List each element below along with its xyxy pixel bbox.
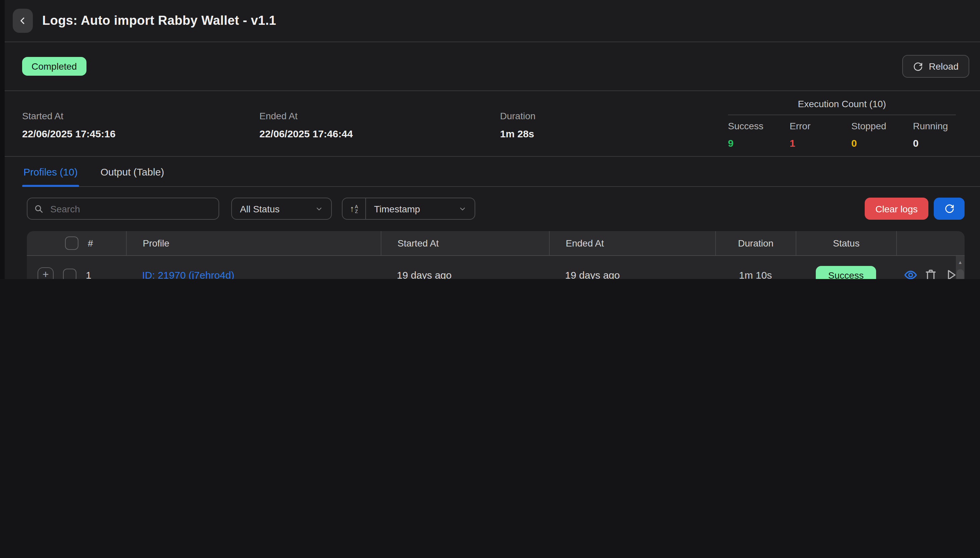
scrollbar-thumb[interactable]: [957, 269, 964, 279]
summary-row: Started At 22/06/2025 17:45:16 Ended At …: [5, 91, 980, 156]
status-filter-value: All Status: [240, 203, 280, 214]
column-actions: [896, 231, 965, 255]
chevron-down-icon: [315, 205, 323, 213]
clear-logs-button[interactable]: Clear logs: [865, 198, 928, 220]
exec-running-value: 0: [913, 137, 948, 149]
chevron-left-icon: [18, 16, 28, 25]
sort-by-select[interactable]: Timestamp: [366, 198, 475, 219]
tab-bar: Profiles (10) Output (Table): [22, 157, 980, 187]
exec-stopped: Stopped 0: [851, 121, 913, 149]
exec-error-value: 1: [789, 137, 851, 149]
exec-error: Error 1: [789, 121, 851, 149]
back-button[interactable]: [13, 9, 33, 33]
scroll-up-button[interactable]: ▲: [956, 256, 965, 268]
duration-stat: Duration 1m 28s: [500, 110, 728, 140]
sort-by-value: Timestamp: [374, 203, 420, 214]
profile-link[interactable]: ID: 21970 (j7ehro4d): [142, 269, 234, 279]
search-icon: [34, 204, 44, 213]
column-ended-at: Ended At: [549, 231, 715, 255]
sort-direction-button[interactable]: ↑ AZ: [342, 198, 366, 219]
started-at-value: 22/06/2025 17:45:16: [22, 128, 260, 140]
view-log-button[interactable]: [903, 268, 918, 279]
status-pill: Success: [816, 266, 876, 279]
sort-group: ↑ AZ Timestamp: [342, 198, 475, 220]
ended-at-value: 22/06/2025 17:46:44: [260, 128, 500, 140]
eye-icon: [903, 268, 918, 279]
exec-success-label: Success: [728, 121, 789, 131]
duration-label: Duration: [500, 110, 728, 121]
exec-stopped-value: 0: [851, 137, 913, 149]
status-filter-select[interactable]: All Status: [231, 198, 332, 220]
duration-value: 1m 28s: [500, 128, 728, 140]
exec-running-label: Running: [913, 121, 948, 131]
page-title: Logs: Auto import Rabby Wallet - v1.1: [42, 13, 276, 28]
ended-at-cell: 19 days ago: [549, 269, 715, 279]
table-row: + 1 ID: 21970 (j7ehro4d) 19 days ago 19 …: [27, 256, 965, 279]
delete-log-button[interactable]: [923, 268, 938, 279]
reload-label: Reload: [929, 61, 959, 72]
divider: [728, 115, 956, 115]
tab-profiles[interactable]: Profiles (10): [22, 166, 79, 186]
reload-icon: [913, 61, 923, 71]
select-all-checkbox[interactable]: [65, 236, 79, 250]
status-row: Completed Reload: [5, 42, 980, 90]
column-profile: Profile: [126, 231, 381, 255]
exec-stopped-label: Stopped: [851, 121, 913, 131]
reload-button[interactable]: Reload: [902, 55, 969, 78]
search-box: [27, 198, 219, 220]
execution-count-block: Execution Count (10) Success 9 Error 1 S…: [728, 98, 956, 149]
table-header-row: # Profile Started At Ended At Duration S…: [27, 231, 965, 256]
refresh-icon: [944, 204, 954, 214]
page-header: Logs: Auto import Rabby Wallet - v1.1: [5, 0, 980, 41]
play-icon: [944, 268, 957, 279]
expand-row-button[interactable]: +: [38, 267, 54, 279]
chevron-down-icon: [459, 205, 467, 213]
app-window: Logs: Auto import Rabby Wallet - v1.1 Co…: [0, 0, 980, 279]
table-toolbar: All Status ↑ AZ Timestamp: [5, 187, 980, 231]
duration-cell: 1m 10s: [715, 269, 796, 279]
column-started-at: Started At: [381, 231, 549, 255]
refresh-table-button[interactable]: [934, 198, 965, 220]
exec-running: Running 0: [913, 121, 948, 149]
column-status: Status: [796, 231, 896, 255]
column-duration: Duration: [715, 231, 796, 255]
ended-at-label: Ended At: [260, 110, 500, 121]
exec-success-value: 9: [728, 137, 789, 149]
status-badge: Completed: [22, 57, 86, 76]
tab-output-table[interactable]: Output (Table): [99, 166, 166, 186]
trash-icon: [923, 268, 937, 279]
row-checkbox[interactable]: [63, 268, 76, 279]
started-at-label: Started At: [22, 110, 260, 121]
exec-error-label: Error: [789, 121, 851, 131]
search-input[interactable]: [49, 203, 212, 215]
table-scrollbar[interactable]: ▲: [956, 256, 965, 279]
ended-at-stat: Ended At 22/06/2025 17:46:44: [260, 110, 500, 140]
row-index: 1: [86, 269, 92, 279]
started-at-stat: Started At 22/06/2025 17:45:16: [22, 110, 260, 140]
column-index: #: [88, 238, 93, 248]
table-body: + 1 ID: 21970 (j7ehro4d) 19 days ago 19 …: [27, 256, 965, 279]
exec-success: Success 9: [728, 121, 789, 149]
started-at-cell: 19 days ago: [381, 269, 549, 279]
sort-alpha-icon: ↑ AZ: [350, 204, 358, 213]
execution-count-title: Execution Count (10): [728, 98, 956, 115]
profiles-table: # Profile Started At Ended At Duration S…: [27, 231, 965, 279]
